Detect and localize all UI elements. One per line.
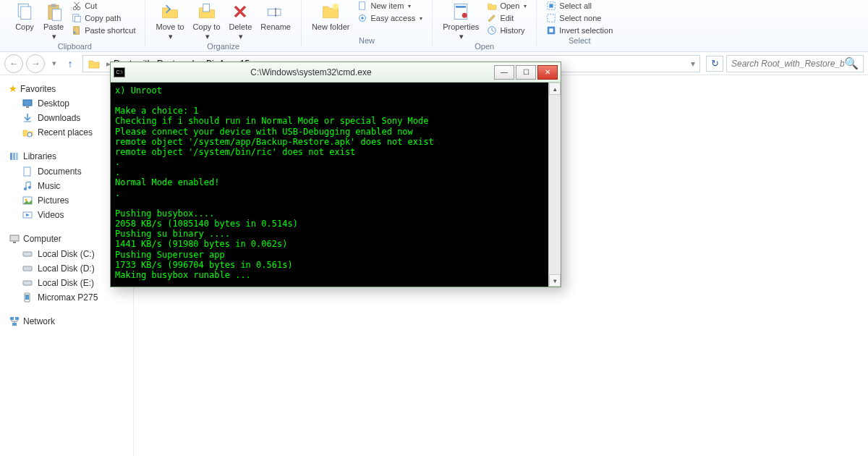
- svg-rect-47: [25, 295, 29, 300]
- ribbon-toolbar: Copy Paste ▾ Cut Copy path Paste shortcu…: [0, 0, 868, 52]
- device-icon: [22, 292, 33, 303]
- cut-button[interactable]: Cut: [69, 0, 137, 12]
- sidebar-label: Downloads: [38, 113, 80, 123]
- cmd-icon: C:\: [114, 67, 125, 77]
- new-folder-button[interactable]: New folder: [309, 0, 353, 33]
- rename-label: Rename: [260, 23, 291, 31]
- easy-access-label: Easy access: [370, 14, 415, 22]
- svg-rect-1: [21, 7, 31, 20]
- computer-icon: [9, 233, 20, 245]
- scroll-up-icon[interactable]: ▴: [549, 83, 561, 95]
- svg-line-8: [75, 2, 80, 7]
- paste-label: Paste: [43, 23, 64, 31]
- minimize-button[interactable]: —: [494, 65, 514, 80]
- copy-path-button[interactable]: Copy path: [69, 12, 137, 24]
- chevron-down-icon: ▾: [52, 33, 56, 41]
- svg-point-36: [24, 187, 27, 190]
- sidebar-item-micromax[interactable]: Micromax P275: [0, 290, 133, 305]
- select-none-label: Select none: [559, 14, 601, 22]
- new-item-button[interactable]: New item▾: [355, 0, 425, 12]
- select-all-icon: [546, 1, 556, 11]
- chevron-down-icon[interactable]: ▾: [688, 59, 698, 69]
- maximize-button[interactable]: ☐: [516, 65, 536, 80]
- clipboard-group-label: Clipboard: [58, 42, 92, 52]
- close-button[interactable]: ✕: [537, 65, 558, 80]
- select-none-button[interactable]: Select none: [544, 12, 615, 24]
- properties-label: Properties: [443, 23, 479, 31]
- history-button[interactable]: History: [485, 25, 529, 36]
- recent-icon: [22, 127, 33, 138]
- cmd-output[interactable]: x) Unroot Make a choice: 1 Checking if i…: [111, 83, 548, 287]
- sidebar-label: Desktop: [38, 98, 69, 109]
- svg-point-15: [333, 4, 339, 10]
- svg-line-7: [75, 2, 79, 7]
- copy-to-icon: [197, 1, 217, 22]
- search-box[interactable]: 🔍: [726, 55, 864, 72]
- open-button[interactable]: Open▾: [485, 0, 529, 12]
- paste-shortcut-button[interactable]: Paste shortcut: [69, 25, 137, 36]
- back-button[interactable]: ←: [4, 54, 23, 73]
- up-button[interactable]: ↑: [64, 57, 77, 70]
- pictures-icon: [22, 195, 33, 206]
- sidebar-label: Documents: [38, 166, 82, 177]
- invert-selection-button[interactable]: Invert selection: [544, 25, 615, 36]
- sidebar-label: Local Disk (C:): [38, 249, 95, 259]
- cmd-window: C:\ C:\Windows\system32\cmd.exe — ☐ ✕ x)…: [110, 62, 561, 287]
- copy-button[interactable]: Copy: [12, 0, 38, 33]
- paste-icon: [43, 1, 64, 22]
- select-none-icon: [546, 13, 556, 23]
- scroll-down-icon[interactable]: ▾: [549, 274, 561, 287]
- star-icon: ★: [9, 83, 17, 94]
- downloads-icon: [22, 112, 33, 124]
- network-icon: [9, 316, 20, 327]
- computer-label: Computer: [23, 234, 61, 244]
- rename-button[interactable]: Rename: [258, 0, 294, 33]
- disk-icon: [22, 248, 33, 260]
- copy-path-icon: [72, 13, 82, 23]
- libraries-label: Libraries: [23, 151, 56, 161]
- sidebar-label: Micromax P275: [38, 292, 98, 303]
- new-folder-icon: [320, 1, 341, 22]
- delete-label: Delete: [229, 23, 252, 31]
- svg-point-18: [362, 17, 365, 20]
- cut-label: Cut: [85, 1, 97, 10]
- search-input[interactable]: [731, 59, 844, 69]
- copy-to-button[interactable]: Copy to▾: [190, 0, 224, 42]
- select-all-button[interactable]: Select all: [544, 0, 615, 12]
- move-to-button[interactable]: Move to▾: [153, 0, 187, 42]
- sidebar-label: Music: [38, 181, 60, 191]
- cmd-scrollbar[interactable]: ▴ ▾: [548, 83, 561, 287]
- svg-rect-44: [23, 266, 32, 271]
- scroll-track[interactable]: [549, 95, 561, 274]
- chevron-down-icon: ▾: [239, 33, 243, 41]
- delete-button[interactable]: Delete▾: [226, 0, 255, 42]
- properties-button[interactable]: Properties▾: [440, 0, 482, 42]
- copy-path-label: Copy path: [85, 14, 121, 22]
- sidebar-label: Local Disk (E:): [38, 278, 94, 288]
- network-header[interactable]: Network: [0, 313, 133, 329]
- easy-access-button[interactable]: Easy access▾: [355, 12, 425, 24]
- svg-rect-12: [203, 4, 209, 12]
- svg-rect-43: [23, 252, 32, 256]
- refresh-button[interactable]: ↻: [706, 56, 723, 72]
- svg-rect-10: [75, 16, 81, 22]
- sidebar-label: Pictures: [38, 195, 69, 206]
- svg-rect-20: [456, 6, 466, 8]
- edit-button[interactable]: Edit: [485, 12, 529, 24]
- forward-button[interactable]: →: [26, 54, 45, 73]
- ribbon-group-clipboard: Copy Paste ▾ Cut Copy path Paste shortcu…: [4, 0, 145, 46]
- svg-rect-50: [12, 323, 17, 326]
- svg-rect-27: [550, 28, 553, 32]
- cmd-titlebar[interactable]: C:\ C:\Windows\system32\cmd.exe — ☐ ✕: [111, 62, 561, 83]
- svg-rect-24: [550, 4, 553, 7]
- svg-point-6: [77, 7, 80, 9]
- svg-rect-34: [16, 153, 18, 160]
- delete-icon: [230, 1, 250, 22]
- paste-shortcut-label: Paste shortcut: [85, 26, 135, 35]
- chevron-down-icon: ▾: [459, 33, 464, 41]
- svg-rect-33: [13, 153, 15, 160]
- svg-rect-48: [10, 317, 14, 320]
- new-group-label: New: [359, 36, 375, 46]
- recent-locations-button[interactable]: ▾: [48, 57, 61, 70]
- paste-button[interactable]: Paste ▾: [41, 0, 67, 42]
